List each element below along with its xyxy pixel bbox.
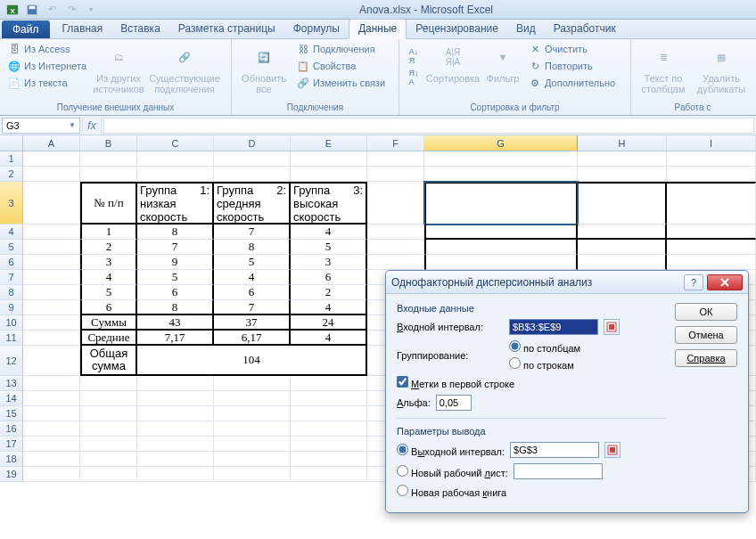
cell[interactable]: [23, 285, 80, 300]
col-header-G[interactable]: G: [424, 135, 578, 151]
cell[interactable]: [214, 391, 291, 406]
cell[interactable]: [214, 467, 291, 482]
col-header-D[interactable]: D: [214, 135, 291, 151]
tab-data[interactable]: Данные: [349, 19, 407, 39]
tab-page-layout[interactable]: Разметка страницы: [169, 20, 284, 38]
undo-icon[interactable]: ↶: [43, 2, 61, 18]
cell[interactable]: [23, 255, 80, 270]
tab-view[interactable]: Вид: [507, 20, 545, 38]
row-header[interactable]: 8: [0, 285, 23, 300]
cell[interactable]: [137, 467, 214, 482]
cell[interactable]: 6: [214, 285, 291, 300]
save-icon[interactable]: [23, 2, 41, 18]
cell[interactable]: [367, 167, 424, 182]
cell[interactable]: 5: [80, 285, 137, 300]
file-tab[interactable]: Файл: [2, 20, 50, 38]
col-header-A[interactable]: A: [23, 135, 80, 151]
cell[interactable]: 4: [214, 270, 291, 285]
cell[interactable]: [367, 182, 424, 225]
row-header[interactable]: 6: [0, 255, 23, 270]
cell[interactable]: [291, 452, 367, 467]
labels-checkbox[interactable]: [397, 376, 408, 388]
cancel-button[interactable]: Отмена: [675, 326, 737, 344]
cell[interactable]: [578, 167, 667, 182]
cell[interactable]: [23, 331, 80, 346]
cell[interactable]: 6: [137, 285, 214, 300]
cell[interactable]: Средние: [80, 331, 137, 346]
labels-checkbox-label[interactable]: Метки в первой строке: [397, 376, 514, 389]
cell[interactable]: 4: [80, 270, 137, 285]
new-book-radio[interactable]: [397, 485, 408, 496]
cell[interactable]: [291, 406, 367, 421]
from-text-button[interactable]: 📄Из текста: [5, 75, 88, 91]
existing-connections-button[interactable]: 🔗Существующие подключения: [149, 41, 220, 96]
cell[interactable]: Группа3:высокая скорость: [291, 182, 367, 225]
select-all-corner[interactable]: [0, 135, 23, 151]
cell[interactable]: [137, 167, 214, 182]
cell[interactable]: 6: [291, 270, 367, 285]
excel-icon[interactable]: X: [4, 2, 21, 18]
by-columns-radio[interactable]: [509, 340, 521, 352]
col-header-H[interactable]: H: [578, 135, 667, 151]
tab-review[interactable]: Рецензирование: [407, 20, 507, 38]
dialog-close-button[interactable]: [707, 274, 743, 290]
cell[interactable]: [424, 225, 578, 240]
sort-asc-button[interactable]: A↓Я: [405, 48, 423, 64]
row-header[interactable]: 19: [0, 467, 23, 482]
cell[interactable]: [367, 255, 424, 270]
cell[interactable]: [578, 151, 667, 167]
cell[interactable]: [137, 437, 214, 452]
alpha-field[interactable]: [436, 395, 472, 411]
properties-button[interactable]: 📋Свойства: [294, 58, 387, 74]
new-sheet-radio-label[interactable]: Новый рабочий лист:: [397, 465, 508, 478]
cell[interactable]: [291, 437, 367, 452]
cell[interactable]: [214, 452, 291, 467]
new-sheet-radio[interactable]: [397, 465, 408, 477]
cell[interactable]: [80, 376, 137, 391]
redo-icon[interactable]: ↷: [62, 2, 80, 18]
row-header[interactable]: 16: [0, 421, 23, 437]
cell[interactable]: [23, 346, 80, 376]
cell[interactable]: [424, 167, 578, 182]
by-rows-radio[interactable]: [509, 357, 521, 369]
cell[interactable]: [424, 151, 578, 167]
from-access-button[interactable]: 🗄Из Access: [5, 41, 88, 57]
formula-bar[interactable]: [103, 118, 754, 134]
row-header[interactable]: 18: [0, 452, 23, 467]
cell[interactable]: [214, 437, 291, 452]
cell[interactable]: [424, 182, 578, 225]
reapply-filter-button[interactable]: ↻Повторить: [526, 58, 617, 74]
cell[interactable]: [23, 225, 80, 240]
cell[interactable]: [214, 376, 291, 391]
row-header[interactable]: 13: [0, 376, 23, 391]
cell[interactable]: [23, 467, 80, 482]
cell[interactable]: [23, 182, 80, 225]
cell[interactable]: [137, 151, 214, 167]
cell[interactable]: [578, 240, 667, 255]
cell[interactable]: [80, 437, 137, 452]
cell[interactable]: [667, 225, 756, 240]
cell[interactable]: [23, 406, 80, 421]
cell[interactable]: 2: [80, 240, 137, 255]
cell[interactable]: [291, 421, 367, 437]
cell[interactable]: [578, 255, 667, 270]
edit-links-button[interactable]: 🔗Изменить связи: [294, 75, 387, 91]
cell[interactable]: [367, 225, 424, 240]
cell[interactable]: 5: [137, 270, 214, 285]
row-header[interactable]: 9: [0, 300, 23, 315]
cell[interactable]: [137, 452, 214, 467]
row-header[interactable]: 10: [0, 315, 23, 331]
cell[interactable]: 4: [291, 331, 367, 346]
cell[interactable]: 4: [291, 300, 367, 315]
col-header-F[interactable]: F: [367, 135, 424, 151]
cell[interactable]: Суммы: [80, 315, 137, 331]
cell[interactable]: [137, 421, 214, 437]
cell[interactable]: [23, 452, 80, 467]
cell[interactable]: [291, 151, 367, 167]
cell[interactable]: [291, 467, 367, 482]
output-range-radio[interactable]: [397, 444, 408, 455]
help-button[interactable]: Справка: [675, 349, 737, 367]
connections-button[interactable]: ⛓Подключения: [294, 41, 387, 57]
cell[interactable]: [80, 391, 137, 406]
row-header[interactable]: 11: [0, 331, 23, 346]
